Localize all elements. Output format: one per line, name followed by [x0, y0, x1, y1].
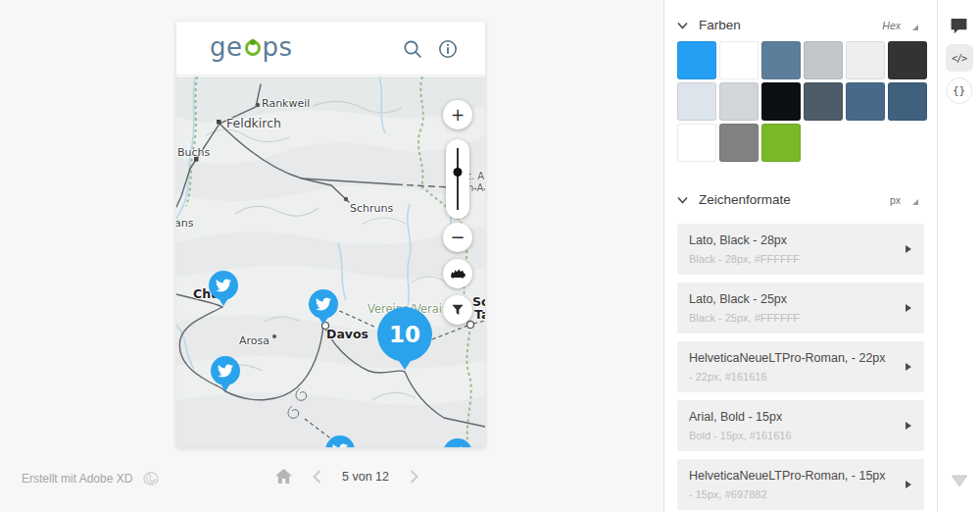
expand-arrow-icon[interactable]	[906, 245, 911, 253]
twitter-pin-partial[interactable]	[325, 435, 355, 447]
type-style-card[interactable]: HelveticaNeueLTPro-Roman, - 15px - 15px,…	[677, 459, 924, 510]
cluster-count: 10	[377, 307, 432, 362]
logo-o-ring-icon	[245, 40, 261, 56]
geops-logo: ge ps	[210, 34, 293, 60]
type-style-card[interactable]: HelveticaNeueLTPro-Roman, - 22px - 22px,…	[677, 341, 924, 392]
send-feedback-button[interactable]	[948, 469, 971, 492]
map-label: Feldkirch	[226, 116, 281, 130]
spec-panel: Farben Hex	[663, 0, 937, 512]
send-icon	[950, 472, 969, 489]
twitter-bird-icon	[216, 278, 231, 293]
zoom-in-button[interactable]: +	[443, 100, 472, 129]
color-swatch[interactable]	[846, 41, 885, 79]
color-swatch[interactable]	[888, 82, 927, 121]
zoom-out-button[interactable]: −	[443, 223, 472, 252]
chevron-down-icon	[677, 22, 688, 29]
type-style-subtitle: Bold - 15px, #161616	[689, 430, 912, 441]
page-indicator: 5 von 12	[342, 470, 389, 484]
typography-unit-label[interactable]: px	[890, 194, 901, 206]
color-swatch[interactable]	[719, 124, 759, 162]
home-icon	[275, 469, 292, 484]
twitter-bird-icon	[332, 442, 348, 447]
twitter-bird-icon	[450, 445, 466, 447]
color-swatch[interactable]	[804, 82, 843, 121]
color-swatch[interactable]	[761, 124, 801, 162]
type-style-title: Lato, Black - 25px	[689, 292, 912, 306]
home-button[interactable]	[275, 469, 292, 484]
color-swatch[interactable]	[761, 82, 801, 121]
type-style-title: HelveticaNeueLTPro-Roman, - 15px	[689, 469, 912, 483]
expand-arrow-icon[interactable]	[906, 304, 911, 312]
search-icon[interactable]	[401, 37, 424, 61]
twitter-pin[interactable]	[211, 356, 240, 394]
expand-arrow-icon[interactable]	[906, 363, 911, 371]
type-style-title: Lato, Black - 28px	[689, 233, 912, 247]
typography-section-title: Zeichenformate	[699, 192, 791, 207]
expand-arrow-icon[interactable]	[906, 422, 911, 430]
color-swatch[interactable]	[719, 41, 759, 79]
color-swatch[interactable]	[677, 124, 716, 162]
map-label: Rankweil	[262, 97, 310, 110]
type-style-subtitle: Black - 25px, #FFFFFF	[689, 312, 912, 324]
map-label: n A	[467, 182, 483, 193]
type-style-title: HelveticaNeueLTPro-Roman, - 22px	[689, 351, 912, 365]
twitter-pin-partial[interactable]	[443, 438, 472, 447]
type-style-subtitle: - 15px, #697882	[689, 488, 912, 500]
comments-button[interactable]	[950, 17, 969, 36]
twitter-bird-icon	[316, 296, 331, 312]
type-style-subtitle: Black - 28px, #FFFFFF	[689, 253, 912, 265]
map-canvas[interactable]: Rankweil Feldkirch Buchs ans Schruns Chu…	[176, 77, 485, 447]
map-label: Davos	[326, 327, 368, 341]
code-icon: </>	[952, 53, 966, 64]
expand-arrow-icon[interactable]	[906, 481, 911, 488]
chevron-left-icon	[313, 470, 321, 484]
type-style-card[interactable]: Arial, Bold - 15px Bold - 15px, #161616	[677, 400, 924, 451]
logo-text-ge: ge	[210, 34, 243, 60]
twitter-pin[interactable]	[209, 271, 238, 309]
color-swatch[interactable]	[761, 41, 801, 79]
twitter-bird-icon	[218, 363, 233, 379]
prev-page-button[interactable]	[313, 470, 321, 484]
color-swatch[interactable]	[677, 41, 716, 79]
unit-dropdown-icon[interactable]	[912, 25, 918, 30]
logo-text-ps: ps	[263, 34, 293, 60]
unit-dropdown-icon[interactable]	[912, 199, 918, 205]
phone-artboard[interactable]: ge ps	[176, 22, 485, 447]
zoom-out-glyph: −	[450, 227, 465, 247]
color-swatch[interactable]	[888, 41, 927, 79]
specs-view-button[interactable]: </>	[946, 44, 973, 72]
variables-button[interactable]: {}	[946, 77, 972, 104]
cluster-pin[interactable]: 10	[377, 307, 432, 378]
zoom-slider[interactable]	[446, 139, 469, 219]
twitter-pin[interactable]	[309, 289, 338, 328]
map-label: Buchs	[177, 146, 210, 159]
colors-unit-label[interactable]: Hex	[882, 20, 901, 31]
color-swatch[interactable]	[804, 41, 843, 79]
typography-section-header[interactable]: Zeichenformate px	[677, 192, 924, 207]
filter-funnel-icon	[449, 301, 466, 319]
prototype-pager: 5 von 12	[275, 469, 418, 484]
type-style-card[interactable]: Lato, Black - 28px Black - 28px, #FFFFFF	[677, 224, 924, 275]
type-style-card[interactable]: Lato, Black - 25px Black - 25px, #FFFFFF	[677, 282, 924, 333]
chevron-right-icon	[410, 470, 418, 484]
comment-bubble-icon	[950, 18, 968, 35]
colors-section-header[interactable]: Farben Hex	[677, 18, 924, 32]
zoom-slider-track	[457, 148, 459, 210]
colors-section-title: Farben	[699, 18, 741, 32]
info-icon[interactable]	[436, 37, 460, 61]
color-swatch[interactable]	[677, 82, 716, 121]
app-header: ge ps	[176, 22, 485, 76]
color-swatch[interactable]	[719, 82, 759, 121]
map-label: t. A	[467, 171, 484, 181]
zoom-slider-knob[interactable]	[454, 168, 463, 177]
next-page-button[interactable]	[410, 470, 418, 484]
filter-button[interactable]	[443, 295, 472, 325]
color-swatch[interactable]	[846, 82, 885, 121]
map-label: Tarasp	[474, 307, 485, 322]
animal-layer-button[interactable]	[443, 259, 472, 288]
tool-rail: </> {}	[937, 0, 980, 512]
map-label: Arosa	[239, 334, 270, 347]
credit-bar: Erstellt mit Adobe XD	[22, 471, 162, 486]
type-style-subtitle: - 22px, #161616	[689, 371, 912, 383]
hedgehog-icon	[448, 264, 467, 283]
